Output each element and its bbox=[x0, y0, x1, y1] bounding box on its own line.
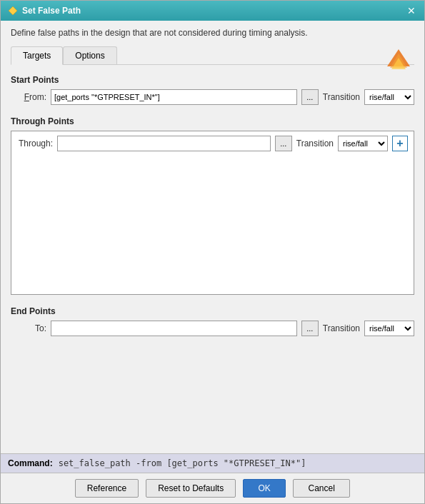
ok-button[interactable]: OK bbox=[243, 479, 286, 498]
through-transition-select[interactable]: rise/fall rise fall bbox=[338, 136, 388, 151]
start-points-section: Start Points From: ... Transition rise/f… bbox=[11, 75, 414, 105]
through-label: Through: bbox=[17, 138, 53, 148]
end-transition-select[interactable]: rise/fall rise fall bbox=[364, 321, 414, 336]
svg-marker-0 bbox=[9, 6, 17, 15]
tab-targets[interactable]: Targets bbox=[11, 46, 63, 65]
command-bar: Command: set_false_path -from [get_ports… bbox=[1, 453, 424, 473]
start-transition-label: Transition bbox=[323, 92, 360, 102]
window-title: Set False Path bbox=[22, 6, 81, 16]
through-box: Through: ... Transition rise/fall rise f… bbox=[11, 131, 414, 295]
main-content: Define false paths in the design that ar… bbox=[1, 21, 424, 453]
through-transition-label: Transition bbox=[296, 138, 334, 148]
reset-defaults-button[interactable]: Reset to Defaults bbox=[146, 479, 236, 498]
start-transition-select[interactable]: rise/fall rise fall bbox=[364, 89, 414, 105]
end-points-section: End Points To: ... Transition rise/fall … bbox=[11, 306, 414, 336]
to-ellipsis-button[interactable]: ... bbox=[301, 321, 319, 336]
to-row: To: ... Transition rise/fall rise fall bbox=[11, 321, 414, 336]
end-transition-label: Transition bbox=[323, 323, 360, 333]
from-input[interactable] bbox=[51, 89, 297, 105]
to-label: To: bbox=[11, 323, 46, 333]
tabs-bar: Targets Options bbox=[11, 46, 414, 65]
from-ellipsis-button[interactable]: ... bbox=[301, 89, 319, 105]
command-label: Command: bbox=[8, 458, 53, 468]
command-value: set_false_path -from [get_ports "*GTPRES… bbox=[59, 458, 306, 468]
title-bar-left: Set False Path bbox=[8, 6, 81, 16]
through-row: Through: ... Transition rise/fall rise f… bbox=[14, 134, 411, 153]
footer: Reference Reset to Defaults OK Cancel bbox=[1, 473, 424, 503]
description-text: Define false paths in the design that ar… bbox=[11, 28, 414, 38]
close-button[interactable]: ✕ bbox=[406, 6, 417, 16]
tab-options[interactable]: Options bbox=[63, 46, 116, 64]
logo bbox=[384, 46, 413, 77]
title-bar: Set False Path ✕ bbox=[1, 1, 424, 21]
start-points-title: Start Points bbox=[11, 75, 414, 85]
from-row: From: ... Transition rise/fall rise fall bbox=[11, 89, 414, 105]
reference-button[interactable]: Reference bbox=[75, 479, 139, 498]
to-input[interactable] bbox=[51, 321, 297, 336]
from-label: From: bbox=[11, 92, 46, 102]
main-window: Set False Path ✕ Define false paths in t… bbox=[0, 0, 425, 504]
cancel-button[interactable]: Cancel bbox=[293, 479, 350, 498]
end-points-title: End Points bbox=[11, 306, 414, 316]
through-add-button[interactable]: + bbox=[392, 136, 408, 151]
through-input[interactable] bbox=[57, 136, 271, 151]
through-points-title: Through Points bbox=[11, 116, 414, 126]
window-icon bbox=[8, 6, 18, 16]
through-points-section: Through Points Through: ... Transition r… bbox=[11, 116, 414, 295]
through-ellipsis-button[interactable]: ... bbox=[275, 136, 292, 151]
